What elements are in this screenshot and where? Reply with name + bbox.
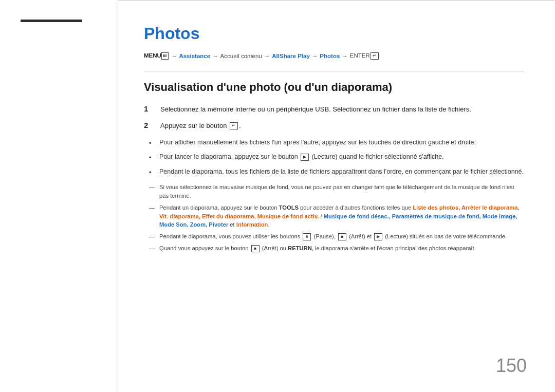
page-title: Photos (144, 24, 524, 43)
steps-list: 1 Sélectionnez la mémoire interne ou un … (144, 104, 524, 130)
note-3-text: Pendant le diaporama, vous pouvez utilis… (159, 232, 507, 241)
menu-enter: ENTER↵ (350, 52, 379, 60)
return-keyword: RETURN (288, 245, 312, 251)
menu-accueil: Accueil contenu (220, 53, 262, 59)
bullet-1-text: Pour afficher manuellement les fichiers … (159, 138, 476, 147)
bullet-2-text: Pour lancer le diaporama, appuyez sur le… (159, 152, 444, 162)
play-icon-2: ▶ (374, 233, 382, 240)
stop-icon: ■ (338, 233, 346, 240)
menu-assistance: Assistance (179, 53, 210, 59)
note-2: — Pendant un diaporama, appuyez sur le b… (149, 203, 524, 229)
stop-icon-2: ■ (251, 245, 260, 252)
menu-allshare: AllShare Play (272, 53, 310, 59)
bullet-3: • Pendant le diaporama, tous les fichier… (149, 167, 524, 178)
step-1: 1 Sélectionnez la mémoire interne ou un … (144, 104, 524, 115)
bullet-3-text: Pendant le diaporama, tous les fichiers … (159, 167, 524, 177)
note-list: — Si vous sélectionnez la mauvaise musiq… (149, 183, 524, 253)
sidebar (0, 0, 118, 392)
menu-icon: III (161, 52, 169, 60)
note-4-text: Quand vous appuyez sur le bouton ■ (Arrê… (159, 244, 476, 253)
enter-icon: ↵ (371, 52, 379, 60)
pause-icon: II (303, 233, 311, 240)
note-1: — Si vous sélectionnez la mauvaise musiq… (149, 183, 524, 200)
bullet-2: • Pour lancer le diaporama, appuyez sur … (149, 152, 524, 163)
step-2: 2 Appuyez sur le bouton ↵. (144, 121, 524, 131)
play-icon: ▶ (301, 154, 309, 161)
menu-path: MENUIII → Assistance → Accueil contenu →… (144, 52, 524, 60)
page-number: 150 (496, 355, 527, 377)
note-4: — Quand vous appuyez sur le bouton ■ (Ar… (149, 244, 524, 253)
enter-button-icon: ↵ (230, 122, 238, 129)
menu-photos: Photos (320, 53, 340, 59)
menu-label: MENUIII (144, 52, 169, 60)
main-content: Photos MENUIII → Assistance → Accueil co… (118, 0, 555, 392)
note-1-text: Si vous sélectionnez la mauvaise musique… (159, 183, 524, 200)
sidebar-accent (21, 20, 82, 22)
section-title: Visualisation d'une photo (ou d'un diapo… (144, 71, 524, 94)
bullet-list: • Pour afficher manuellement les fichier… (149, 138, 524, 178)
step-1-text: Sélectionnez la mémoire interne ou un pé… (160, 104, 471, 115)
bullet-1: • Pour afficher manuellement les fichier… (149, 138, 524, 148)
tools-keyword: TOOLS (279, 204, 299, 211)
note-3: — Pendant le diaporama, vous pouvez util… (149, 232, 524, 241)
step-2-text: Appuyez sur le bouton ↵. (160, 121, 241, 131)
highlight-orange-2: Information (236, 221, 268, 228)
note-2-text: Pendant un diaporama, appuyez sur le bou… (159, 203, 524, 229)
